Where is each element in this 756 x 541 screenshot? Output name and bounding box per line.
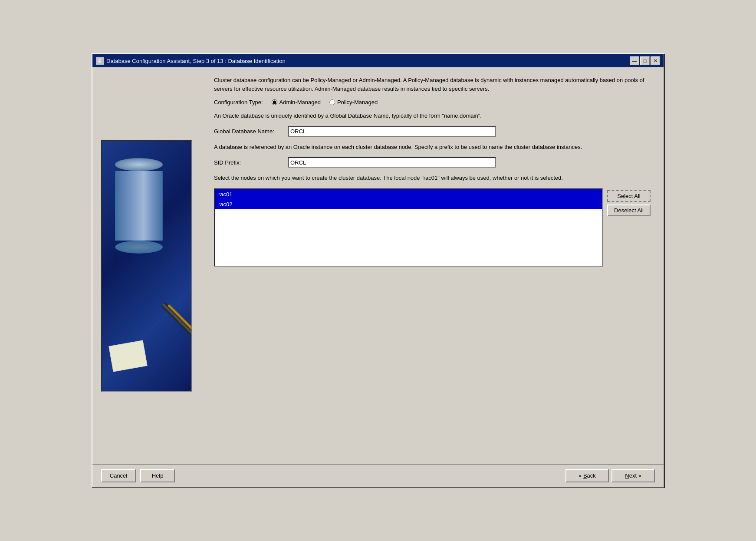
main-description: Cluster database configuration can be Po… (214, 76, 651, 93)
list-item[interactable]: rac01 (215, 189, 602, 199)
left-panel (92, 67, 201, 464)
cylinder-bottom (115, 241, 163, 254)
config-type-radio-group: Admin-Managed Policy-Managed (272, 99, 378, 106)
config-type-label: Configuration Type: (214, 99, 263, 106)
help-button[interactable]: Help (140, 469, 175, 482)
footer-left-buttons: Cancel Help (101, 469, 175, 482)
title-buttons: — □ ✕ (630, 56, 660, 65)
footer: Cancel Help « Back Next » (92, 465, 664, 487)
policy-managed-label: Policy-Managed (337, 99, 378, 106)
right-panel: Cluster database configuration can be Po… (201, 67, 664, 464)
main-window: 🗄 Database Configuration Assistant, Step… (92, 53, 664, 488)
admin-managed-option[interactable]: Admin-Managed (272, 99, 321, 106)
paper-icon (108, 340, 147, 372)
next-chevron-icon: » (638, 473, 641, 479)
sid-prefix-label: SID Prefix: (214, 159, 283, 166)
maximize-button[interactable]: □ (640, 56, 650, 65)
global-db-name-row: Global Database Name: (214, 126, 651, 137)
content-area: Cluster database configuration can be Po… (92, 67, 664, 464)
pen-clip (168, 304, 192, 330)
policy-managed-radio[interactable] (329, 99, 335, 105)
nodes-buttons: Select All Deselect All (607, 188, 651, 216)
pen-icon (161, 302, 192, 349)
back-chevron-icon: « (579, 473, 582, 479)
app-icon: 🗄 (96, 57, 104, 65)
back-label: Back (583, 472, 596, 479)
admin-managed-radio[interactable] (272, 99, 277, 105)
cylinder (115, 158, 163, 254)
list-item[interactable]: rac02 (215, 199, 602, 209)
global-db-name-label: Global Database Name: (214, 128, 283, 135)
admin-managed-label: Admin-Managed (279, 99, 321, 106)
footer-right-buttons: « Back Next » (565, 469, 655, 482)
global-db-name-input[interactable] (288, 126, 496, 137)
nodes-description: Select the nodes on which you want to cr… (214, 174, 651, 182)
select-all-button[interactable]: Select All (607, 190, 651, 202)
wizard-image (101, 140, 192, 392)
sid-info: A database is referenced by an Oracle in… (214, 143, 651, 152)
window-title: Database Configuration Assistant, Step 3… (106, 58, 286, 64)
minimize-button[interactable]: — (630, 56, 639, 65)
sid-prefix-row: SID Prefix: (214, 157, 651, 168)
policy-managed-option[interactable]: Policy-Managed (329, 99, 378, 106)
cancel-button[interactable]: Cancel (101, 469, 136, 482)
title-bar: 🗄 Database Configuration Assistant, Step… (92, 54, 664, 67)
global-db-info: An Oracle database is uniquely identifie… (214, 112, 651, 120)
back-button[interactable]: « Back (565, 469, 609, 482)
cylinder-body (115, 171, 163, 241)
nodes-list[interactable]: rac01 rac02 (214, 188, 603, 267)
config-type-row: Configuration Type: Admin-Managed Policy… (214, 99, 651, 106)
title-bar-left: 🗄 Database Configuration Assistant, Step… (96, 57, 286, 65)
close-button[interactable]: ✕ (651, 56, 660, 65)
sid-prefix-input[interactable] (288, 157, 496, 168)
next-button[interactable]: Next » (611, 469, 655, 482)
cylinder-top (115, 158, 163, 171)
deselect-all-button[interactable]: Deselect All (607, 205, 651, 216)
database-icon (115, 158, 163, 254)
next-label: Next (625, 472, 637, 479)
nodes-area: rac01 rac02 Select All Deselect All (214, 188, 651, 267)
pen-body (161, 302, 192, 343)
